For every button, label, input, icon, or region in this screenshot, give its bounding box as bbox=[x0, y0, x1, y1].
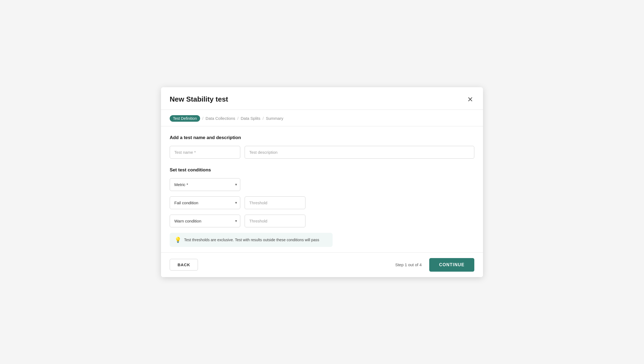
warn-threshold-input[interactable] bbox=[245, 215, 305, 227]
modal-footer: BACK Step 1 out of 4 CONTINUE bbox=[161, 252, 483, 277]
fail-condition-select-wrapper: Fail condition ▾ bbox=[170, 196, 240, 209]
info-text: Test thresholds are exclusive. Test with… bbox=[184, 238, 319, 242]
test-name-input[interactable] bbox=[170, 146, 240, 159]
fail-condition-select[interactable]: Fail condition bbox=[170, 196, 240, 209]
back-button[interactable]: BACK bbox=[170, 259, 198, 271]
breadcrumb-item-test-definition[interactable]: Test Definition bbox=[170, 115, 200, 122]
metric-select-wrapper: Metric * ▾ bbox=[170, 178, 240, 191]
footer-right: Step 1 out of 4 CONTINUE bbox=[395, 258, 474, 272]
modal-title: New Stability test bbox=[170, 95, 228, 103]
warn-condition-select-wrapper: Warn condition ▾ bbox=[170, 215, 240, 227]
metric-row: Metric * ▾ bbox=[170, 178, 474, 191]
breadcrumb-separator-1: / bbox=[202, 116, 203, 121]
section2-title: Set test conditions bbox=[170, 167, 474, 173]
test-name-description-row bbox=[170, 146, 474, 159]
modal-container: New Stability test ✕ Test Definition / D… bbox=[161, 87, 483, 277]
modal-header: New Stability test ✕ bbox=[161, 87, 483, 110]
fail-threshold-input[interactable] bbox=[245, 196, 305, 209]
breadcrumb-separator-2: / bbox=[237, 116, 238, 121]
info-icon: 💡 bbox=[175, 237, 181, 243]
info-box: 💡 Test thresholds are exclusive. Test wi… bbox=[170, 233, 333, 247]
breadcrumb-item-data-collections[interactable]: Data Collections bbox=[206, 116, 235, 121]
breadcrumb-separator-3: / bbox=[263, 116, 264, 121]
section1-title: Add a test name and description bbox=[170, 135, 474, 140]
modal-body: Add a test name and description Set test… bbox=[161, 126, 483, 252]
continue-button[interactable]: CONTINUE bbox=[429, 258, 474, 272]
close-button[interactable]: ✕ bbox=[466, 95, 474, 104]
warn-condition-row: Warn condition ▾ bbox=[170, 215, 474, 227]
test-description-input[interactable] bbox=[245, 146, 474, 159]
breadcrumb: Test Definition / Data Collections / Dat… bbox=[161, 110, 483, 126]
step-indicator: Step 1 out of 4 bbox=[395, 262, 422, 267]
fail-condition-row: Fail condition ▾ bbox=[170, 196, 474, 209]
breadcrumb-item-summary[interactable]: Summary bbox=[266, 116, 283, 121]
breadcrumb-item-data-splits[interactable]: Data Splits bbox=[241, 116, 261, 121]
metric-select[interactable]: Metric * bbox=[170, 178, 240, 191]
warn-condition-select[interactable]: Warn condition bbox=[170, 215, 240, 227]
